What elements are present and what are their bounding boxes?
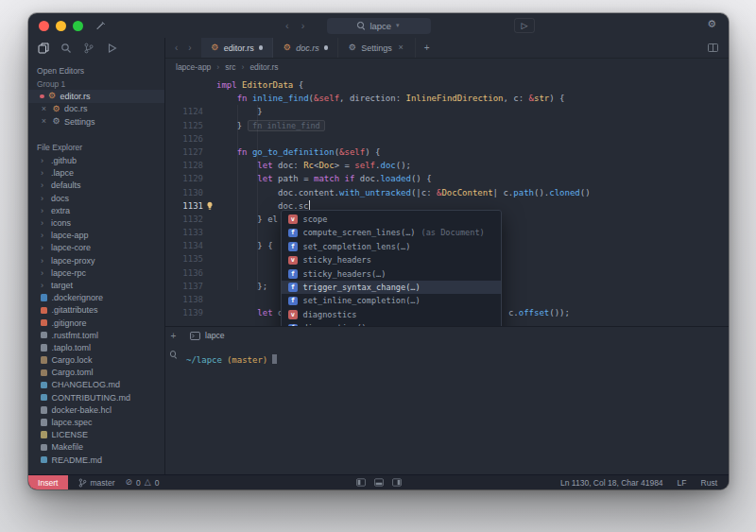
code-line[interactable]: 1125 }fn inline_find bbox=[165, 119, 729, 132]
completion-item[interactable]: fcompute_screen_lines(…) (as Document) bbox=[282, 226, 501, 239]
tab-scroll-left-button[interactable]: ‹ bbox=[175, 43, 178, 53]
tab-doc.rs[interactable]: ⚙doc.rs bbox=[273, 38, 338, 58]
git-branch[interactable]: master bbox=[78, 478, 115, 488]
completion-item[interactable]: vscope bbox=[282, 213, 501, 226]
tree-file[interactable]: README.md bbox=[28, 454, 164, 466]
new-terminal-button[interactable]: + bbox=[171, 332, 177, 341]
tree-folder[interactable]: ›.github bbox=[28, 155, 164, 167]
tree-folder[interactable]: ›docs bbox=[28, 192, 164, 204]
tree-folder[interactable]: ›target bbox=[28, 279, 164, 291]
tree-folder[interactable]: ›.lapce bbox=[28, 167, 164, 180]
folder-name: extra bbox=[51, 206, 70, 215]
tab-scroll-right-button[interactable]: › bbox=[188, 43, 191, 53]
nav-forward-button[interactable]: › bbox=[301, 20, 305, 31]
tree-folder[interactable]: ›defaults bbox=[28, 180, 164, 192]
close-window-button[interactable] bbox=[39, 21, 49, 31]
tree-file[interactable]: .taplo.toml bbox=[28, 341, 164, 353]
code-line[interactable]: 1127 fn go_to_definition(&self) { bbox=[165, 146, 729, 159]
chevron-right-icon: › bbox=[41, 243, 46, 252]
tree-file[interactable]: LICENSE bbox=[28, 429, 164, 441]
tree-folder[interactable]: ›icons bbox=[28, 216, 164, 229]
folder-name: target bbox=[51, 281, 73, 290]
chevron-right-icon: › bbox=[41, 218, 46, 228]
tab-editor.rs[interactable]: ⚙editor.rs bbox=[201, 38, 274, 58]
open-editors-header[interactable]: Open Editors bbox=[28, 63, 164, 77]
activity-explorer-icon[interactable] bbox=[38, 43, 49, 54]
function-kind-icon: f bbox=[288, 229, 298, 238]
command-palette[interactable]: lapce ▾ bbox=[327, 18, 431, 34]
activity-debug-icon[interactable] bbox=[106, 43, 117, 54]
new-tab-button[interactable]: + bbox=[416, 43, 438, 53]
tree-folder[interactable]: ›lapce-core bbox=[28, 242, 164, 254]
toggle-right-panel-icon[interactable] bbox=[392, 478, 402, 487]
code-line[interactable]: 1128 let doc: Rc<Doc> = self.doc(); bbox=[165, 159, 729, 172]
nav-back-button[interactable]: ‹ bbox=[285, 20, 289, 31]
completion-item[interactable]: vsticky_headers bbox=[282, 253, 501, 266]
sticky-code-line[interactable]: fn inline_find(&self, direction: InlineF… bbox=[165, 92, 729, 105]
close-icon[interactable]: × bbox=[40, 117, 48, 126]
tree-file[interactable]: CONTRIBUTING.md bbox=[28, 391, 164, 403]
tree-file[interactable]: Cargo.toml bbox=[28, 367, 164, 379]
zoom-window-button[interactable] bbox=[73, 21, 83, 31]
code-line[interactable]: 1130 doc.content.with_untracked(|c: &Doc… bbox=[165, 186, 729, 199]
run-button[interactable]: ▷ bbox=[514, 18, 535, 33]
file-icon bbox=[41, 394, 47, 402]
toggle-left-panel-icon[interactable] bbox=[356, 478, 366, 487]
tree-file[interactable]: docker-bake.hcl bbox=[28, 403, 164, 416]
line-ending[interactable]: LF bbox=[678, 478, 687, 488]
tree-file[interactable]: CHANGELOG.md bbox=[28, 379, 164, 391]
breadcrumb-item[interactable]: editor.rs bbox=[249, 62, 278, 72]
file-name: LICENSE bbox=[52, 430, 89, 439]
tree-folder[interactable]: ›lapce-proxy bbox=[28, 254, 164, 266]
open-editor-item[interactable]: ×⚙doc.rs bbox=[28, 103, 164, 116]
completion-label: sticky_headers(…) bbox=[303, 267, 387, 281]
breadcrumb-item[interactable]: src bbox=[225, 62, 235, 72]
tree-file[interactable]: .gitignore bbox=[28, 317, 164, 329]
tree-folder[interactable]: ›lapce-app bbox=[28, 230, 164, 242]
completion-item[interactable]: fsticky_headers(…) bbox=[282, 267, 501, 281]
completion-item[interactable]: fset_completion_lens(…) bbox=[282, 240, 501, 253]
terminal-tab[interactable]: lapce bbox=[181, 327, 233, 344]
code-line[interactable]: 1126 bbox=[165, 132, 729, 146]
file-explorer-header[interactable]: File Explorer bbox=[28, 141, 164, 155]
tab-Settings[interactable]: ⚙Settings× bbox=[338, 38, 416, 58]
minimize-window-button[interactable] bbox=[56, 21, 66, 31]
tree-file[interactable]: .rustfmt.toml bbox=[28, 329, 164, 341]
code-line[interactable]: 1129 let path = match if doc.loaded() { bbox=[165, 172, 729, 185]
terminal[interactable]: ~/lapce(master) bbox=[181, 344, 729, 375]
completion-item[interactable]: fset_inline_completion(…) bbox=[282, 294, 501, 307]
tool-icon[interactable] bbox=[96, 21, 106, 30]
tree-file[interactable]: .dockerignore bbox=[28, 292, 164, 304]
open-editor-item[interactable]: ×⚙Settings bbox=[28, 115, 164, 129]
open-editor-item[interactable]: ⚙editor.rs bbox=[28, 90, 164, 103]
editor-group-label[interactable]: Group 1 bbox=[28, 77, 164, 90]
settings-gear-icon[interactable]: ⚙ bbox=[707, 19, 716, 29]
tree-file[interactable]: Makefile bbox=[28, 441, 164, 454]
gutter-action-slot[interactable] bbox=[203, 199, 216, 213]
activity-source-control-icon[interactable] bbox=[83, 43, 94, 54]
titlebar[interactable]: ‹ › lapce ▾ ▷ ⚙ bbox=[28, 13, 729, 38]
language-mode[interactable]: Rust bbox=[701, 478, 717, 488]
activity-search-icon[interactable] bbox=[60, 43, 72, 54]
toggle-bottom-panel-icon[interactable] bbox=[374, 478, 384, 487]
cursor-position[interactable]: Ln 1130, Col 18, Char 41984 bbox=[560, 478, 663, 488]
code-line[interactable]: 1124 } bbox=[165, 105, 729, 118]
close-icon[interactable]: × bbox=[397, 43, 405, 52]
tree-file[interactable]: Cargo.lock bbox=[28, 354, 164, 367]
completion-item[interactable]: ftrigger_syntax_change(…) bbox=[282, 281, 501, 294]
code-editor[interactable]: impl EditorData { fn inline_find(&self, … bbox=[165, 76, 729, 326]
main-content: Open Editors Group 1 ⚙editor.rs×⚙doc.rs×… bbox=[28, 38, 729, 474]
tree-file[interactable]: lapce.spec bbox=[28, 416, 164, 428]
close-icon[interactable]: × bbox=[40, 105, 48, 113]
sticky-code-line[interactable]: impl EditorData { bbox=[165, 78, 729, 92]
breadcrumb-item[interactable]: lapce-app bbox=[176, 62, 211, 72]
tree-file[interactable]: .gitattributes bbox=[28, 304, 164, 317]
file-name: .rustfmt.toml bbox=[52, 331, 99, 340]
diagnostics[interactable]: ⊘ 0 △ 0 bbox=[125, 478, 159, 488]
panel-search-icon[interactable] bbox=[170, 351, 178, 358]
split-editor-icon[interactable] bbox=[708, 43, 729, 52]
tree-folder[interactable]: ›lapce-rpc bbox=[28, 266, 164, 279]
tree-folder[interactable]: ›extra bbox=[28, 204, 164, 216]
completion-item[interactable]: vdiagnostics bbox=[282, 308, 501, 321]
completion-item[interactable]: fdiagnostics() bbox=[282, 321, 501, 326]
